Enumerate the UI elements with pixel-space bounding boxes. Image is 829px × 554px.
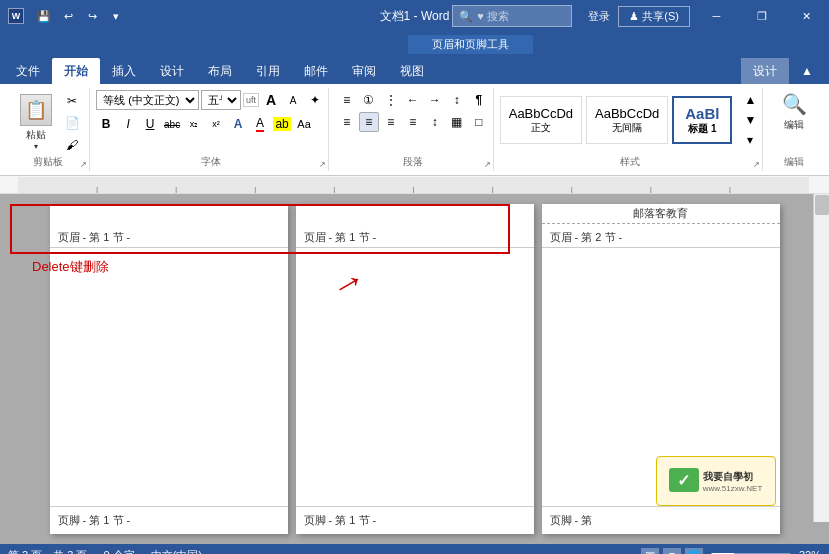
style-no-spacing-item[interactable]: AaBbCcDd 无间隔 bbox=[586, 96, 668, 144]
view-web-button[interactable]: 🌐 bbox=[685, 548, 703, 554]
page3-footer[interactable]: 页脚 - 第 bbox=[542, 506, 780, 534]
text-effect-button[interactable]: A bbox=[228, 114, 248, 134]
minimize-button[interactable]: ─ bbox=[694, 0, 739, 32]
page1-header[interactable]: 页眉 - 第 1 节 - bbox=[50, 204, 288, 248]
styles-scroll-up[interactable]: ▲ bbox=[740, 90, 760, 110]
vertical-scrollbar[interactable] bbox=[813, 194, 829, 522]
style-normal-preview: AaBbCcDd bbox=[509, 106, 573, 121]
align-center-button[interactable]: ≡ bbox=[359, 112, 379, 132]
ruler-svg bbox=[18, 177, 809, 193]
style-heading1-item[interactable]: AaBl 标题 1 bbox=[672, 96, 732, 144]
multilevel-list-button[interactable]: ⋮ bbox=[381, 90, 401, 110]
subscript-button[interactable]: x₂ bbox=[184, 114, 204, 134]
copy-button[interactable]: 📄 bbox=[62, 113, 82, 133]
paste-dropdown-arrow[interactable]: ▾ bbox=[34, 142, 38, 151]
scrollbar-thumb[interactable] bbox=[815, 195, 829, 215]
font-name-row: 等线 (中文正文) 五号 uft A A ✦ bbox=[96, 90, 325, 110]
shading-button[interactable]: ▦ bbox=[447, 112, 467, 132]
login-button[interactable]: 登录 bbox=[580, 7, 618, 26]
tab-design-context[interactable]: 设计 bbox=[741, 58, 789, 84]
strikethrough-button[interactable]: abc bbox=[162, 114, 182, 134]
cut-button[interactable]: ✂ bbox=[62, 91, 82, 111]
italic-button[interactable]: I bbox=[118, 114, 138, 134]
tab-references[interactable]: 引用 bbox=[244, 58, 292, 84]
save-quick-button[interactable]: 💾 bbox=[34, 6, 54, 26]
watermark-content: ✓ 我要自學初 www.51zxw.NET bbox=[669, 468, 763, 494]
underline-button[interactable]: U bbox=[140, 114, 160, 134]
styles-gallery: AaBbCcDd 正文 AaBbCcDd 无间隔 AaBl 标题 1 bbox=[500, 90, 761, 150]
customize-quick-access-button[interactable]: ▾ bbox=[106, 6, 126, 26]
styles-label: 样式 bbox=[620, 155, 640, 169]
find-button[interactable]: 🔍 编辑 bbox=[774, 90, 814, 134]
tab-start[interactable]: 开始 bbox=[52, 58, 100, 84]
title-bar-left: W 💾 ↩ ↪ ▾ bbox=[0, 6, 134, 26]
paragraph-expand-icon[interactable]: ↗ bbox=[484, 160, 491, 169]
view-buttons: ▣ ≡ 🌐 bbox=[641, 548, 703, 554]
align-left-button[interactable]: ≡ bbox=[337, 112, 357, 132]
highlight-button[interactable]: ab bbox=[272, 114, 292, 134]
font-color-button[interactable]: A bbox=[250, 114, 270, 134]
style-no-spacing-preview: AaBbCcDd bbox=[595, 106, 659, 121]
styles-scroll: ▲ ▼ ▾ bbox=[740, 90, 760, 150]
font-size-unit[interactable]: uft bbox=[243, 93, 259, 107]
font-expand-icon[interactable]: ↗ bbox=[319, 160, 326, 169]
delete-hint-label: Delete键删除 bbox=[32, 258, 109, 276]
font-size-select[interactable]: 五号 bbox=[201, 90, 241, 110]
shrink-font-button[interactable]: A bbox=[283, 90, 303, 110]
sort-button[interactable]: ↕ bbox=[447, 90, 467, 110]
restore-button[interactable]: ❐ bbox=[739, 0, 784, 32]
editing-label: 编辑 bbox=[784, 118, 804, 132]
paste-button[interactable]: 📋 粘贴 ▾ bbox=[14, 90, 58, 155]
style-normal-item[interactable]: AaBbCcDd 正文 bbox=[500, 96, 582, 144]
watermark-icon: ✓ bbox=[669, 468, 699, 492]
justify-button[interactable]: ≡ bbox=[403, 112, 423, 132]
styles-expand[interactable]: ▾ bbox=[740, 130, 760, 150]
clear-format-button[interactable]: ✦ bbox=[305, 90, 325, 110]
tab-review[interactable]: 审阅 bbox=[340, 58, 388, 84]
font-group: 等线 (中文正文) 五号 uft A A ✦ B I U abc x₂ x² A… bbox=[94, 88, 329, 171]
tab-layout[interactable]: 布局 bbox=[196, 58, 244, 84]
page2-header-text: 页眉 - 第 1 节 - bbox=[304, 230, 377, 245]
style-no-spacing-label: 无间隔 bbox=[595, 121, 659, 135]
tab-view[interactable]: 视图 bbox=[388, 58, 436, 84]
title-bar-right: 🔍 ♥ 搜索 登录 ♟ 共享(S) ─ ❐ ✕ bbox=[452, 0, 829, 32]
tab-design[interactable]: 设计 bbox=[148, 58, 196, 84]
redo-button[interactable]: ↪ bbox=[82, 6, 102, 26]
bullets-button[interactable]: ≡ bbox=[337, 90, 357, 110]
undo-button[interactable]: ↩ bbox=[58, 6, 78, 26]
page1-footer[interactable]: 页脚 - 第 1 节 - bbox=[50, 506, 288, 534]
expand-ribbon-button[interactable]: ▲ bbox=[789, 58, 825, 84]
format-painter-button[interactable]: 🖌 bbox=[62, 135, 82, 155]
style-heading1-preview: AaBl bbox=[685, 105, 719, 122]
styles-scroll-down[interactable]: ▼ bbox=[740, 110, 760, 130]
page3-header[interactable]: 页眉 - 第 2 节 - bbox=[542, 204, 780, 248]
font-name-select[interactable]: 等线 (中文正文) bbox=[96, 90, 199, 110]
bold-button[interactable]: B bbox=[96, 114, 116, 134]
border-button[interactable]: □ bbox=[469, 112, 489, 132]
page2-footer[interactable]: 页脚 - 第 1 节 - bbox=[296, 506, 534, 534]
ruler-bar bbox=[0, 176, 829, 194]
page-3: 邮落客教育 页眉 - 第 2 节 - 页脚 - 第 ✓ 我要自學初 www.51… bbox=[542, 204, 780, 534]
tab-insert[interactable]: 插入 bbox=[100, 58, 148, 84]
numbering-button[interactable]: ① bbox=[359, 90, 379, 110]
clipboard-expand-icon[interactable]: ↗ bbox=[80, 160, 87, 169]
page3-header-text: 页眉 - 第 2 节 - bbox=[550, 230, 623, 245]
increase-indent-button[interactable]: → bbox=[425, 90, 445, 110]
close-button[interactable]: ✕ bbox=[784, 0, 829, 32]
char-shading-button[interactable]: Aa bbox=[294, 114, 314, 134]
view-print-button[interactable]: ▣ bbox=[641, 548, 659, 554]
context-tab-header-footer[interactable]: 页眉和页脚工具 bbox=[408, 35, 533, 54]
page2-header[interactable]: 页眉 - 第 1 节 - bbox=[296, 204, 534, 248]
search-box[interactable]: 🔍 ♥ 搜索 bbox=[452, 5, 572, 27]
tab-mail[interactable]: 邮件 bbox=[292, 58, 340, 84]
line-spacing-button[interactable]: ↕ bbox=[425, 112, 445, 132]
superscript-button[interactable]: x² bbox=[206, 114, 226, 134]
styles-expand-icon[interactable]: ↗ bbox=[753, 160, 760, 169]
align-right-button[interactable]: ≡ bbox=[381, 112, 401, 132]
grow-font-button[interactable]: A bbox=[261, 90, 281, 110]
tab-file[interactable]: 文件 bbox=[4, 58, 52, 84]
share-button[interactable]: ♟ 共享(S) bbox=[618, 6, 690, 27]
show-hide-button[interactable]: ¶ bbox=[469, 90, 489, 110]
decrease-indent-button[interactable]: ← bbox=[403, 90, 423, 110]
view-read-button[interactable]: ≡ bbox=[663, 548, 681, 554]
